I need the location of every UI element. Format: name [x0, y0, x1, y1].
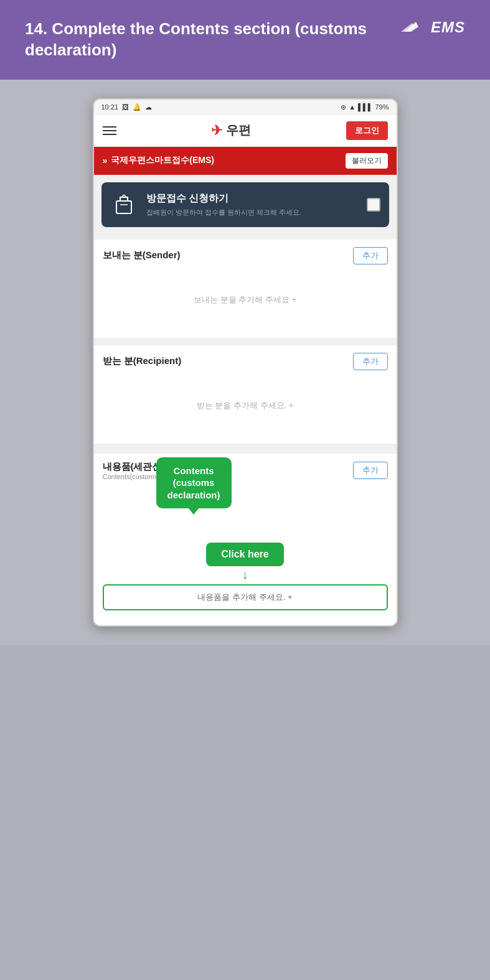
contents-tooltip-bubble: Contents (customs declaration)	[156, 457, 232, 509]
sender-placeholder: 보내는 분을 추가해 주세요 +	[103, 269, 388, 330]
battery-display: 79%	[375, 103, 389, 111]
status-left: 10:21 🖼 🔔 ☁	[101, 103, 153, 111]
time-display: 10:21	[101, 103, 119, 111]
arrow-down-icon: ↓	[103, 567, 388, 582]
app-header: ✈ 우편 로그인	[94, 115, 397, 147]
ems-wings-icon	[401, 21, 428, 34]
sender-section-header: 보내는 분(Sender) 추가	[103, 247, 388, 264]
separator-3	[94, 446, 397, 451]
banner-title-text: 국제우편스마트접수(EMS)	[111, 155, 214, 166]
recipient-section: 받는 분(Recipient) 추가 받는 분을 추가해 주세요. +	[94, 345, 397, 444]
svg-rect-2	[116, 201, 131, 213]
wifi-icon: ▲	[349, 103, 356, 111]
bluetooth-icon: ⊛	[341, 103, 346, 111]
header-bar: 14. Complete the Contents section (custo…	[0, 0, 490, 80]
recipient-section-title: 받는 분(Recipient)	[103, 355, 182, 367]
pickup-checkbox[interactable]	[367, 198, 380, 212]
contents-section: Contents (customs declaration) 내용품(세관신고서…	[94, 454, 397, 625]
content-area: 10:21 🖼 🔔 ☁ ⊛ ▲ ▌▌▌ 79% ✈ 우편 로그인	[0, 80, 490, 645]
sender-section: 보내는 분(Sender) 추가 보내는 분을 추가해 주세요 +	[94, 240, 397, 338]
ems-logo: EMS	[401, 19, 465, 36]
hamburger-menu-icon[interactable]	[103, 126, 116, 135]
contents-add-button[interactable]: 추가	[353, 462, 388, 479]
status-bar: 10:21 🖼 🔔 ☁ ⊛ ▲ ▌▌▌ 79%	[94, 100, 397, 115]
load-button[interactable]: 불러오기	[346, 153, 388, 169]
tooltip-line1: Contents	[174, 465, 214, 476]
status-right: ⊛ ▲ ▌▌▌ 79%	[341, 103, 389, 111]
bell-icon: 🔔	[133, 103, 141, 111]
signal-icon: ▌▌▌	[358, 103, 372, 111]
weather-icon: ☁	[145, 103, 152, 111]
phone-mockup: 10:21 🖼 🔔 ☁ ⊛ ▲ ▌▌▌ 79% ✈ 우편 로그인	[93, 98, 398, 627]
separator-1	[94, 235, 397, 240]
tooltip-line3: declaration)	[167, 490, 220, 500]
sender-section-title: 보내는 분(Sender)	[103, 250, 181, 261]
separator-2	[94, 340, 397, 345]
pickup-request-card: 방문접수 신청하기 집배원이 방문하여 접수를 원하시면 체크해 주세요.	[101, 182, 389, 227]
pickup-subtitle: 집배원이 방문하여 접수를 원하시면 체크해 주세요.	[146, 208, 301, 217]
contents-placeholder[interactable]: 내용품을 추가해 주세요. +	[103, 584, 388, 610]
login-button[interactable]: 로그인	[346, 121, 388, 140]
contents-section-header: 내용품(세관신고서) Contents(customs decla... 추가	[103, 461, 388, 480]
page-title: 14. Complete the Contents section (custo…	[25, 19, 401, 61]
red-banner: » 국제우편스마트접수(EMS) 불러오기	[94, 147, 397, 175]
app-logo-text: 우편	[226, 122, 251, 139]
click-here-button[interactable]: Click here	[206, 543, 283, 566]
recipient-section-header: 받는 분(Recipient) 추가	[103, 353, 388, 370]
app-logo: ✈ 우편	[211, 122, 251, 139]
recipient-add-button[interactable]: 추가	[353, 353, 388, 370]
recipient-placeholder: 받는 분을 추가해 주세요. +	[103, 375, 388, 436]
korea-post-icon: ✈	[211, 123, 222, 139]
tooltip-line2: (customs	[173, 477, 215, 488]
svg-marker-1	[405, 22, 418, 32]
chevron-right-icon: »	[103, 156, 108, 166]
ems-logo-text: EMS	[431, 19, 465, 36]
photo-icon: 🖼	[122, 103, 129, 111]
pickup-title: 방문접수 신청하기	[146, 192, 301, 205]
banner-title-container: » 국제우편스마트접수(EMS)	[103, 155, 214, 166]
pickup-icon	[110, 191, 138, 218]
click-here-container: Click here ↓ 내용품을 추가해 주세요. +	[103, 543, 388, 610]
pickup-card-text: 방문접수 신청하기 집배원이 방문하여 접수를 원하시면 체크해 주세요.	[146, 192, 301, 217]
sender-add-button[interactable]: 추가	[353, 247, 388, 264]
